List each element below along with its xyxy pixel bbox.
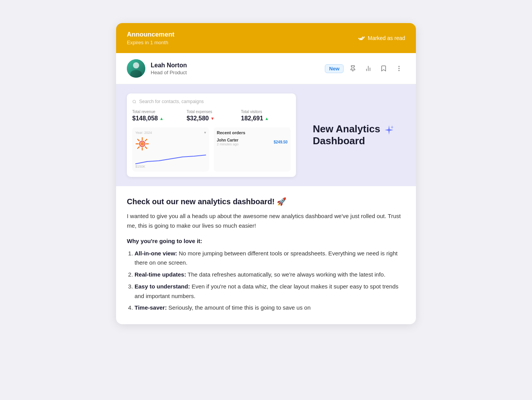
stat-visitors-value: 182,691 ▲ — [241, 115, 291, 122]
svg-line-16 — [145, 139, 147, 141]
order-item: John Carter 2 minutes ago $249.50 — [217, 138, 288, 146]
announcement-title: Announcement — [127, 31, 175, 38]
feature-list: All-in-one view: No more jumping between… — [127, 249, 405, 313]
search-bar: Search for contacts, campaigns — [132, 99, 291, 104]
feature-item-1: All-in-one view: No more jumping between… — [135, 249, 405, 268]
feature-3-bold: Easy to understand: — [135, 283, 190, 290]
preview-title-container: New Analytics Dashboard — [313, 123, 395, 147]
announcement-subtitle: Expires in 1 month — [127, 40, 175, 45]
svg-point-4 — [399, 66, 399, 67]
svg-point-7 — [133, 100, 135, 103]
author-name: Leah Norton — [151, 62, 187, 69]
chart-area: Year: 2024 ▾ — [132, 127, 209, 172]
check-icon — [357, 34, 365, 42]
up-icon: ▲ — [160, 116, 164, 121]
recent-orders: Recent orders John Carter 2 minutes ago … — [214, 127, 291, 172]
svg-line-15 — [145, 147, 147, 148]
order-amount: $249.50 — [274, 140, 288, 144]
chart-label-sm: $150K — [135, 165, 206, 168]
feature-item-3: Easy to understand: Even if you're not a… — [135, 282, 405, 301]
search-placeholder: Search for contacts, campaigns — [139, 99, 204, 104]
order-time: 2 minutes ago — [217, 142, 239, 146]
preview-bottom: Year: 2024 ▾ — [132, 127, 291, 172]
stats-row: Total revenue $148,058 ▲ Total expenses … — [132, 110, 291, 122]
why-title: Why you're going to love it: — [127, 238, 405, 244]
main-content: Check out our new analytics dashboard! 🚀… — [116, 186, 416, 324]
feature-2-text: The data refreshes automatically, so we'… — [188, 271, 386, 278]
feature-item-4: Time-saver: Seriously, the amount of tim… — [135, 303, 405, 313]
pin-button[interactable] — [347, 62, 359, 75]
svg-line-17 — [138, 147, 139, 148]
stat-visitors-label: Total visitors — [241, 110, 291, 114]
marked-read-label: Marked as read — [368, 35, 405, 41]
preview-right-title: New Analytics Dashboard — [313, 123, 395, 147]
feature-4-text: Seriously, the amount of time this is go… — [168, 304, 311, 311]
feature-1-bold: All-in-one view: — [135, 250, 177, 257]
feature-item-2: Real-time updates: The data refreshes au… — [135, 270, 405, 280]
stat-expenses-value: $32,580 ▼ — [186, 115, 236, 122]
chart-dropdown-icon: ▾ — [204, 130, 206, 135]
sunburst-icon — [135, 137, 149, 151]
author-details: Leah Norton Head of Product — [151, 62, 187, 75]
content-title: Check out our new analytics dashboard! 🚀 — [127, 197, 405, 206]
up-icon-2: ▲ — [265, 116, 269, 121]
avatar — [127, 59, 145, 78]
stat-revenue-value: $148,058 ▲ — [132, 115, 182, 122]
bookmark-button[interactable] — [377, 62, 390, 75]
preview-dashboard: Search for contacts, campaigns Total rev… — [127, 93, 296, 177]
author-role: Head of Product — [151, 70, 187, 75]
svg-point-5 — [399, 68, 399, 69]
content-body: I wanted to give you all a heads up abou… — [127, 212, 405, 231]
order-details: John Carter 2 minutes ago — [217, 138, 239, 146]
sparkle-icon — [384, 125, 394, 135]
stat-revenue: Total revenue $148,058 ▲ — [132, 110, 182, 122]
chart-button[interactable] — [362, 62, 374, 75]
announcement-header: Announcement Expires in 1 month Marked a… — [116, 23, 416, 53]
chart-header: Year: 2024 ▾ — [135, 130, 206, 135]
orders-title: Recent orders — [217, 130, 288, 135]
stat-visitors: Total visitors 182,691 ▲ — [241, 110, 291, 122]
stat-expenses-label: Total expenses — [186, 110, 236, 114]
preview-right: New Analytics Dashboard — [302, 93, 405, 177]
chart-label: Year: 2024 — [135, 131, 152, 135]
svg-point-6 — [399, 70, 399, 71]
marked-read-button[interactable]: Marked as read — [357, 34, 405, 42]
header-left: Announcement Expires in 1 month — [127, 31, 175, 45]
avatar-image — [127, 59, 145, 78]
line-chart — [135, 153, 206, 165]
more-button[interactable] — [393, 62, 405, 75]
feature-4-bold: Time-saver: — [135, 304, 167, 311]
order-name: John Carter — [217, 138, 239, 142]
author-info: Leah Norton Head of Product — [127, 59, 187, 78]
svg-line-14 — [138, 139, 139, 141]
preview-banner: Search for contacts, campaigns Total rev… — [116, 84, 416, 186]
down-icon: ▼ — [210, 116, 214, 121]
stat-revenue-label: Total revenue — [132, 110, 182, 114]
stat-expenses: Total expenses $32,580 ▼ — [186, 110, 236, 122]
new-badge: New — [325, 64, 344, 73]
feature-2-bold: Real-time updates: — [135, 271, 186, 278]
announcement-card: Announcement Expires in 1 month Marked a… — [116, 23, 416, 324]
author-actions: New — [325, 62, 405, 75]
author-row: Leah Norton Head of Product New — [116, 53, 416, 84]
svg-line-8 — [135, 102, 136, 103]
svg-point-18 — [140, 142, 144, 146]
